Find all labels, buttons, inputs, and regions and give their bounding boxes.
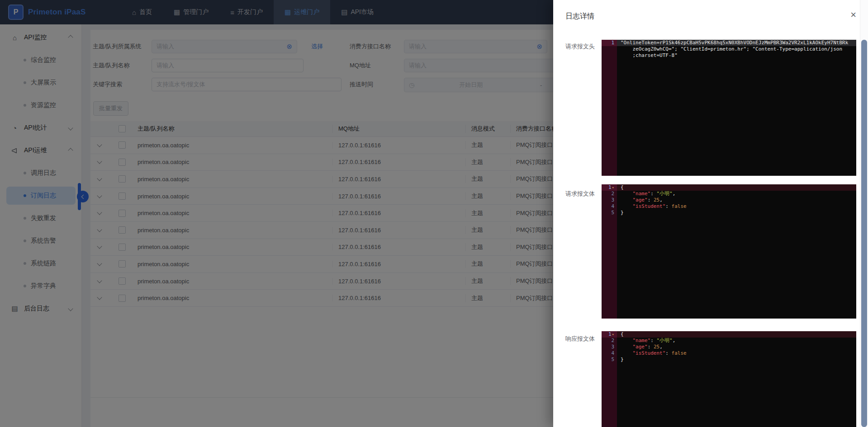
line-number: 1▾ xyxy=(602,331,617,338)
section-label: 响应报文体 xyxy=(565,335,595,343)
line-number: 4 xyxy=(602,350,617,357)
line-number: 2 xyxy=(602,338,617,344)
line-number: 3 xyxy=(602,344,617,350)
code-line: ;charset=UTF-8" xyxy=(602,52,856,59)
code-line: 1▾ { xyxy=(602,331,856,338)
line-number: 5 xyxy=(602,357,617,363)
code-line: 5 } xyxy=(602,210,856,216)
line-number: 5 xyxy=(602,210,617,216)
code-line: 2 "name": "小明", xyxy=(602,191,856,197)
fold-caret-icon[interactable]: ▾ xyxy=(612,332,614,337)
code-line: 2 "name": "小明", xyxy=(602,338,856,344)
code-editor-请求报文体[interactable]: 1▾ { 2 "name": "小明", 3 "age": 25, 4 "isS… xyxy=(602,184,856,319)
line-number: 4 xyxy=(602,203,617,210)
code-line: 5 } xyxy=(602,357,856,363)
screen: P Primeton iPaaS ⌂ 首页 ▦ 管理门户 ≡ 开发门户 ▦ 运维… xyxy=(0,0,868,427)
code-line: zeOcagZ0whCQ="; "ClientId=primeton.hr"; … xyxy=(602,46,856,52)
code-editor-响应报文体[interactable]: 1▾ { 2 "name": "小明", 3 "age": 25, 4 "isS… xyxy=(602,331,856,427)
code-line: 3 "age": 25, xyxy=(602,197,856,203)
drawer-scrollbar-track[interactable] xyxy=(860,0,868,427)
line-number: 1▾ xyxy=(602,184,617,191)
code-line: 3 "age": 25, xyxy=(602,344,856,350)
log-detail-drawer: 日志详情 × 请求报文头 1 "OnlineToken=rP1Sk46zpCBa… xyxy=(553,0,868,427)
line-number xyxy=(602,46,617,52)
code-editor-请求报文头[interactable]: 1 "OnlineToken=rP1Sk46zpCBaH5vPK68hq5xN0… xyxy=(602,40,856,176)
section-label: 请求报文体 xyxy=(565,190,595,198)
line-number: 2 xyxy=(602,191,617,197)
fold-caret-icon[interactable]: ▾ xyxy=(612,185,614,190)
line-number xyxy=(602,52,617,59)
line-number: 1 xyxy=(602,40,617,46)
line-number: 3 xyxy=(602,197,617,203)
section-label: 请求报文头 xyxy=(565,42,595,51)
code-line: 4 "isStudent": false xyxy=(602,203,856,210)
drawer-scrollbar-thumb[interactable] xyxy=(861,40,867,427)
code-line: 1▾ { xyxy=(602,184,856,191)
close-icon[interactable]: × xyxy=(850,10,856,20)
code-line: 4 "isStudent": false xyxy=(602,350,856,357)
drawer-title: 日志详情 xyxy=(565,12,594,21)
code-line: 1 "OnlineToken=rP1Sk46zpCBaH5vPK68hq5xN0… xyxy=(602,40,856,46)
